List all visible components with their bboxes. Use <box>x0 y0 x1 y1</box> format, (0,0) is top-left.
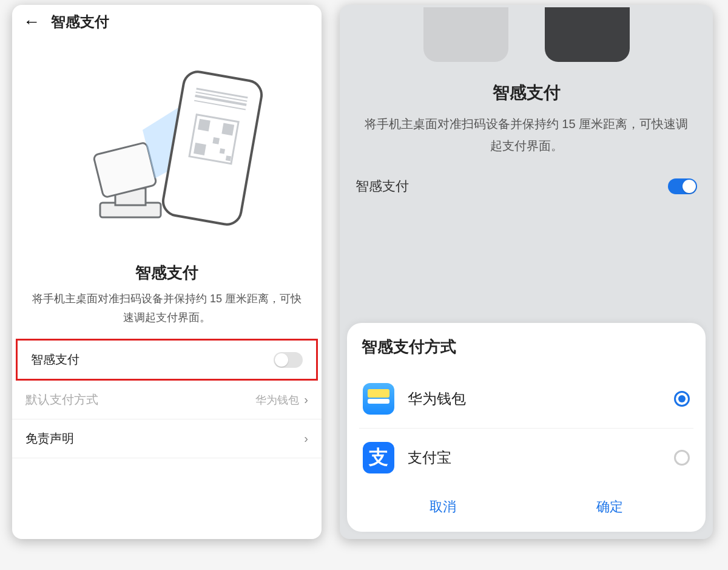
smart-pay-toggle[interactable] <box>274 352 303 368</box>
feature-title: 智感支付 <box>12 262 322 283</box>
feature-description: 将手机主桌面对准扫码设备并保持约 15 厘米距离，可快速调起支付界面。 <box>340 104 713 169</box>
svg-rect-2 <box>93 142 157 198</box>
huawei-wallet-icon <box>363 383 394 415</box>
svg-rect-13 <box>194 143 206 155</box>
smart-pay-toggle-row[interactable]: 智感支付 <box>18 341 316 379</box>
left-screenshot: ← 智感支付 <box>12 5 322 539</box>
option-huawei-wallet[interactable]: 华为钱包 <box>359 370 693 429</box>
svg-rect-4 <box>161 70 264 227</box>
modal-actions: 取消 确定 <box>359 487 693 528</box>
top-illustration <box>340 5 713 66</box>
alipay-icon: 支 <box>363 442 394 473</box>
option-alipay[interactable]: 支 支付宝 <box>359 429 693 487</box>
default-payment-label: 默认支付方式 <box>25 392 98 408</box>
modal-title: 智感支付方式 <box>359 336 693 358</box>
svg-rect-14 <box>212 137 220 144</box>
svg-rect-16 <box>226 155 231 161</box>
chevron-right-icon: › <box>304 393 308 407</box>
back-arrow-icon[interactable]: ← <box>23 13 40 30</box>
svg-rect-12 <box>221 123 234 136</box>
default-payment-row[interactable]: 默认支付方式 华为钱包 › <box>12 381 322 419</box>
right-screenshot: 智感支付 将手机主桌面对准扫码设备并保持约 15 厘米距离，可快速调起支付界面。… <box>340 5 713 539</box>
toggle-label: 智感支付 <box>31 351 79 368</box>
page-title: 智感支付 <box>51 12 109 32</box>
svg-rect-11 <box>198 119 211 132</box>
cancel-button[interactable]: 取消 <box>359 498 527 516</box>
radio-selected[interactable] <box>674 391 690 407</box>
disclaimer-row[interactable]: 免责声明 › <box>12 419 322 458</box>
disclaimer-label: 免责声明 <box>25 430 74 447</box>
default-payment-value: 华为钱包 <box>255 393 299 407</box>
option-label: 支付宝 <box>408 448 451 467</box>
smart-pay-toggle[interactable] <box>668 178 697 194</box>
radio-unselected[interactable] <box>674 450 690 466</box>
feature-title: 智感支付 <box>340 81 713 104</box>
feature-illustration <box>12 39 322 257</box>
highlighted-toggle-row: 智感支付 <box>16 339 318 381</box>
confirm-button[interactable]: 确定 <box>527 498 694 516</box>
svg-rect-15 <box>220 148 225 154</box>
header: ← 智感支付 <box>12 5 322 39</box>
feature-description: 将手机主桌面对准扫码设备并保持约 15 厘米距离，可快速调起支付界面。 <box>12 283 322 339</box>
option-label: 华为钱包 <box>408 389 466 409</box>
toggle-label: 智感支付 <box>356 177 409 195</box>
payment-method-modal: 智感支付方式 华为钱包 支 支付宝 取消 确定 <box>347 323 706 532</box>
smart-pay-toggle-row[interactable]: 智感支付 <box>340 169 713 209</box>
chevron-right-icon: › <box>304 432 308 446</box>
